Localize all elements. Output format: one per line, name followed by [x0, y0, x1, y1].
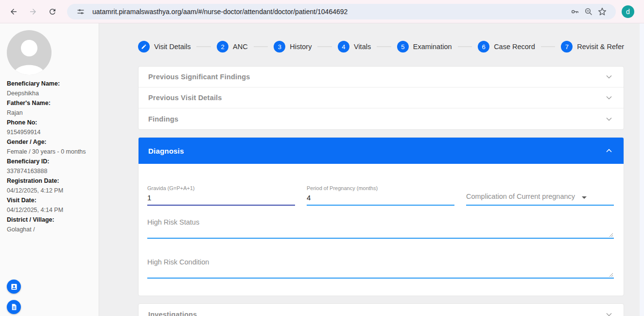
info-value: Deepshikha [7, 88, 92, 98]
step-case-record[interactable]: 6 Case Record [478, 41, 535, 53]
step-connector [458, 46, 472, 47]
step-label: ANC [233, 43, 248, 51]
gravida-field: Gravida (G=P+A+1) [147, 185, 295, 206]
step-label: Case Record [494, 43, 535, 51]
accordion-diagnosis-header[interactable]: Diagnosis [139, 138, 624, 164]
step-number: 4 [338, 41, 349, 53]
resize-handle-icon[interactable] [609, 273, 613, 277]
info-value: 04/12/2025, 4:14 PM [7, 205, 92, 215]
info-value: Female / 30 years - 0 months [7, 147, 92, 157]
forward-icon [29, 7, 37, 16]
step-visit-details[interactable]: Visit Details [138, 41, 191, 53]
dropdown-caret-icon [582, 196, 587, 199]
url-text[interactable]: uatamrit.piramalswasthya.org/aam/#/nurse… [92, 8, 568, 16]
document-icon [10, 303, 17, 311]
step-connector [541, 46, 556, 47]
info-label: Beneficiary Name: [7, 79, 92, 88]
address-bar[interactable]: uatamrit.piramalswasthya.org/aam/#/nurse… [67, 4, 616, 19]
step-number: 6 [478, 41, 489, 53]
high-risk-status-field: High Risk Status [147, 218, 614, 239]
step-number: 2 [217, 41, 228, 53]
edit-icon [138, 41, 150, 53]
back-button[interactable] [5, 3, 22, 20]
chevron-down-icon [606, 75, 612, 79]
step-label: History [290, 43, 312, 51]
step-label: Examination [413, 43, 452, 51]
accordion-investigations[interactable]: Investigations [139, 304, 624, 316]
chevron-down-icon [606, 313, 612, 316]
step-vitals[interactable]: 4 Vitals [338, 41, 371, 53]
accordion-findings[interactable]: Findings [139, 108, 624, 129]
browser-toolbar: uatamrit.piramalswasthya.org/aam/#/nurse… [0, 0, 644, 23]
accordion-previous-visit-details[interactable]: Previous Visit Details [139, 88, 624, 108]
period-of-pregnancy-label: Period of Pregnancy (months) [307, 185, 454, 191]
diagnosis-title: Diagnosis [148, 147, 184, 155]
accordion-previous-significant-findings[interactable]: Previous Significant Findings [139, 67, 624, 88]
main-content: Visit Details 2 ANC 3 History 4 Vitals 5… [99, 23, 644, 316]
info-label: Beneficiary ID: [7, 157, 92, 166]
page-scrollbar-track[interactable] [640, 23, 644, 316]
step-anc[interactable]: 2 ANC [217, 41, 248, 53]
info-value: Golaghat / [7, 225, 92, 234]
info-label: District / Village: [7, 215, 92, 225]
high-risk-condition-label: High Risk Condition [147, 258, 614, 266]
step-connector [254, 46, 268, 47]
step-label: Visit Details [154, 43, 191, 51]
accordion-title: Previous Significant Findings [148, 73, 250, 81]
chevron-down-icon [606, 117, 612, 121]
step-number: 3 [274, 41, 285, 53]
patient-sidebar: Beneficiary Name: Deepshikha Father's Na… [0, 23, 99, 316]
step-label: Revisit & Refer [577, 43, 624, 51]
step-revisit-refer[interactable]: 7 Revisit & Refer [561, 41, 624, 53]
collapsed-sections-card: Previous Significant Findings Previous V… [138, 66, 624, 130]
accordion-title: Previous Visit Details [148, 94, 222, 102]
chevron-down-icon [606, 96, 612, 100]
browser-profile-avatar[interactable]: d [622, 5, 634, 18]
step-connector [377, 46, 391, 47]
site-settings-icon[interactable] [74, 5, 87, 18]
step-label: Vitals [354, 43, 371, 51]
step-connector [317, 46, 332, 47]
high-risk-status-label: High Risk Status [147, 218, 614, 226]
complication-select[interactable]: Complication of Current pregnancy [466, 185, 614, 206]
step-number: 7 [561, 41, 573, 53]
diagnosis-card: Diagnosis Gravida (G=P+A+1) Period of Pr… [138, 137, 624, 296]
info-value: 337874163888 [7, 166, 92, 176]
step-history[interactable]: 3 History [274, 41, 312, 53]
patient-info-list: Beneficiary Name: Deepshikha Father's Na… [7, 79, 92, 234]
high-risk-condition-textarea[interactable] [147, 266, 614, 279]
complication-select-value: Complication of Current pregnancy [466, 193, 575, 200]
resize-handle-icon[interactable] [609, 233, 613, 237]
diagnosis-fields-row: Gravida (G=P+A+1) Period of Pregnancy (m… [147, 185, 614, 206]
step-connector [196, 46, 211, 47]
page-body: Beneficiary Name: Deepshikha Father's Na… [0, 23, 644, 316]
password-key-icon[interactable] [568, 5, 582, 18]
info-value: 04/12/2025, 4:12 PM [7, 186, 92, 195]
info-label: Gender / Age: [7, 137, 92, 147]
info-label: Registration Date: [7, 176, 92, 186]
period-of-pregnancy-field: Period of Pregnancy (months) [307, 185, 454, 206]
reload-icon [48, 7, 57, 16]
gravida-input[interactable] [147, 191, 295, 206]
visit-stepper: Visit Details 2 ANC 3 History 4 Vitals 5… [138, 41, 624, 53]
patient-avatar [7, 30, 52, 75]
accordion-title: Findings [148, 115, 178, 123]
info-label: Father's Name: [7, 98, 92, 108]
forward-button[interactable] [25, 3, 41, 20]
high-risk-status-textarea[interactable] [147, 226, 614, 239]
period-of-pregnancy-input[interactable] [307, 191, 454, 206]
zoom-out-icon[interactable] [582, 5, 595, 18]
info-label: Phone No: [7, 118, 92, 127]
diagnosis-body: Gravida (G=P+A+1) Period of Pregnancy (m… [139, 164, 624, 296]
patient-profile-fab-button[interactable] [7, 280, 21, 294]
step-examination[interactable]: 5 Examination [397, 41, 452, 53]
investigations-card: Investigations [138, 303, 624, 316]
person-silhouette-icon [7, 30, 52, 75]
info-value: 9154959914 [7, 127, 92, 137]
back-icon [9, 7, 18, 16]
bookmark-star-icon[interactable] [595, 5, 609, 18]
case-sheet-fab-button[interactable] [7, 300, 21, 314]
accordion-title: Investigations [148, 311, 197, 316]
reload-button[interactable] [44, 3, 61, 20]
chevron-up-icon [606, 149, 612, 153]
